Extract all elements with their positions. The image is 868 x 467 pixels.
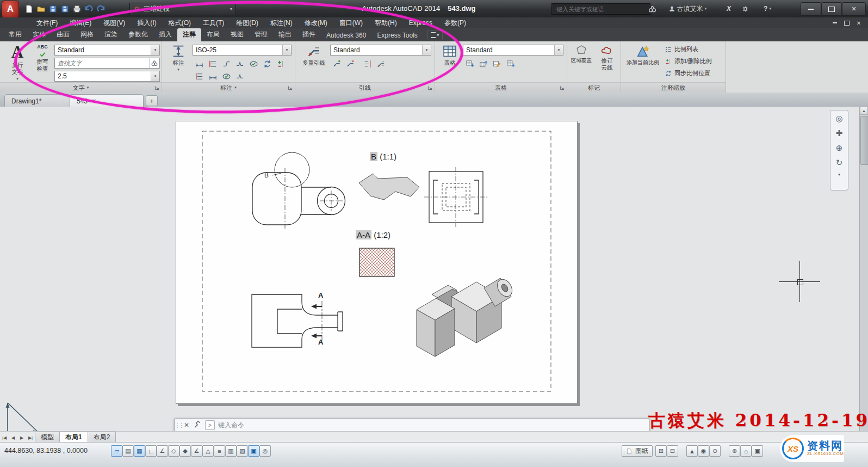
text-height-combo[interactable]: 2.5 ▾ xyxy=(54,71,160,82)
file-tab-543[interactable]: 543 ✕ xyxy=(70,94,144,107)
dim-style-combo[interactable]: ISO-25 ▾ xyxy=(193,45,292,56)
dynamic-ucs-icon[interactable]: △ xyxy=(202,445,214,457)
navbar-more-icon[interactable]: ▾ xyxy=(838,173,840,177)
plot-icon[interactable] xyxy=(72,4,82,14)
panel-leader-launcher[interactable] xyxy=(426,84,433,91)
grid-display-icon[interactable]: ▦ xyxy=(134,445,145,457)
tab-manage[interactable]: 管理 xyxy=(249,28,273,41)
tab-autodesk360[interactable]: Autodesk 360 xyxy=(321,30,371,41)
workspace-dropdown[interactable]: 三维建模 ▾ xyxy=(129,3,236,15)
menu-help[interactable]: 帮助(H) xyxy=(369,17,403,28)
scale-list-button[interactable]: 比例列表 xyxy=(665,45,698,53)
annotation-scale-icon[interactable]: ▲ xyxy=(686,445,698,457)
doc-minimize-icon[interactable] xyxy=(830,19,840,27)
tab-home[interactable]: 常用 xyxy=(3,28,27,41)
workspace-switch-icon[interactable]: ⊛ xyxy=(729,445,740,457)
vertical-scrollbar[interactable]: ▲ ▼ xyxy=(859,107,868,442)
command-close-icon[interactable]: ✕ xyxy=(181,420,192,431)
file-tab-drawing1[interactable]: Drawing1* xyxy=(4,94,71,107)
panel-dimension-launcher[interactable] xyxy=(287,84,294,91)
leader-add-icon[interactable] xyxy=(330,58,344,70)
drawing-canvas[interactable]: B (1:1) A-A (1:2) B A A ◎ ✚ ⊕ ↻ ▾ xyxy=(0,107,868,442)
find-text-input[interactable] xyxy=(55,60,149,66)
sign-in-button[interactable]: 古滇艾米 ▾ xyxy=(661,3,714,14)
scrollbar-thumb[interactable] xyxy=(860,116,868,165)
menu-express[interactable]: Express xyxy=(403,17,438,28)
close-button[interactable]: ✕ xyxy=(842,2,866,16)
command-bar-grip[interactable]: ⋮⋮ xyxy=(175,422,181,428)
table-extract-data-icon[interactable] xyxy=(504,58,517,70)
redo-icon[interactable] xyxy=(96,4,106,14)
tab-layout1[interactable]: 布局1 xyxy=(59,432,88,443)
new-file-icon[interactable] xyxy=(24,4,34,14)
open-file-icon[interactable] xyxy=(36,4,46,14)
leader-collect-icon[interactable] xyxy=(374,58,388,70)
dimension-button[interactable]: 标注 ▾ xyxy=(166,44,190,73)
table-link-upload-icon[interactable] xyxy=(476,58,490,70)
annotation-autoscale-icon[interactable]: ⊙ xyxy=(709,445,721,457)
revcloud-button[interactable]: 修订 云线 xyxy=(595,44,619,71)
last-layout-icon[interactable]: ▶| xyxy=(26,433,35,443)
table-link-download-icon[interactable] xyxy=(463,58,476,70)
add-delete-scale-button[interactable]: 添加/删除比例 xyxy=(665,57,712,65)
quick-view-layouts-icon[interactable]: ⊞ xyxy=(655,445,667,457)
panel-table-launcher[interactable] xyxy=(559,84,566,91)
tab-model[interactable]: 模型 xyxy=(35,432,60,443)
help-button[interactable]: ? ▾ xyxy=(759,3,776,14)
menu-view[interactable]: 视图(V) xyxy=(97,17,131,28)
polar-tracking-icon[interactable]: ∠ xyxy=(157,445,168,457)
orbit-icon[interactable]: ↻ xyxy=(836,158,843,168)
find-text-field[interactable] xyxy=(54,58,160,69)
paper-model-toggle[interactable]: 图纸 xyxy=(622,445,653,457)
dim-center-mark-icon[interactable] xyxy=(233,70,247,83)
tab-render[interactable]: 渲染 xyxy=(99,28,123,41)
application-menu-button[interactable]: A xyxy=(2,1,19,18)
recent-commands-icon[interactable]: > xyxy=(205,420,215,430)
file-tab-close-icon[interactable]: ✕ xyxy=(92,98,96,104)
sync-scale-positions-button[interactable]: 同步比例位置 xyxy=(665,69,710,77)
menu-dimension[interactable]: 标注(N) xyxy=(264,17,299,28)
find-binoculars-icon[interactable] xyxy=(149,58,159,68)
prev-layout-icon[interactable]: ◀ xyxy=(9,433,17,443)
table-button[interactable]: 表格 xyxy=(438,44,461,66)
tab-insert[interactable]: 插入 xyxy=(153,28,177,41)
menu-tools[interactable]: 工具(T) xyxy=(197,17,230,28)
undo-icon[interactable] xyxy=(84,4,94,14)
search-input[interactable] xyxy=(555,5,647,13)
tab-plugins[interactable]: 插件 xyxy=(297,28,321,41)
tab-annotate[interactable]: 注释 xyxy=(177,28,201,41)
leader-align-icon[interactable] xyxy=(361,58,374,70)
leader-style-combo[interactable]: Standard ▾ xyxy=(330,45,431,56)
exchange-apps-icon[interactable]: X xyxy=(723,3,734,14)
ortho-mode-icon[interactable]: ∟ xyxy=(145,445,157,457)
dim-break-icon[interactable] xyxy=(220,58,233,70)
tab-view[interactable]: 视图 xyxy=(225,28,249,41)
menu-parameters[interactable]: 参数(P) xyxy=(438,17,472,28)
dynamic-input-icon[interactable]: ≡ xyxy=(214,445,225,457)
panel-text-launcher[interactable] xyxy=(153,84,160,91)
dim-inspect-icon[interactable] xyxy=(247,58,261,70)
scroll-up-icon[interactable]: ▲ xyxy=(860,107,868,115)
panel-table-footer[interactable]: 表格 xyxy=(435,82,567,93)
object-snap-3d-icon[interactable]: ◆ xyxy=(179,445,191,457)
menu-format[interactable]: 格式(O) xyxy=(163,17,197,28)
infer-constraints-icon[interactable]: ▱ xyxy=(111,445,122,457)
maximize-button[interactable] xyxy=(821,2,842,16)
menu-draw[interactable]: 绘图(D) xyxy=(230,17,264,28)
dim-spacing-icon[interactable] xyxy=(193,70,206,83)
dim-linear-icon[interactable] xyxy=(193,58,206,70)
doc-restore-icon[interactable] xyxy=(842,19,852,27)
communication-center-icon[interactable] xyxy=(740,3,751,14)
pan-icon[interactable]: ✚ xyxy=(836,128,843,138)
transparency-icon[interactable]: ▨ xyxy=(237,445,248,457)
quick-view-drawings-icon[interactable]: ⊟ xyxy=(667,445,678,457)
panel-dimension-footer[interactable]: 标注 ▾ xyxy=(162,82,295,93)
tab-layout2[interactable]: 布局2 xyxy=(88,432,116,443)
object-snap-icon[interactable]: ◇ xyxy=(168,445,179,457)
mtext-button[interactable]: A 多行 文字 ▾ xyxy=(4,44,30,82)
wipeout-button[interactable]: 区域覆盖 xyxy=(569,44,594,64)
menu-edit[interactable]: 编辑(E) xyxy=(64,17,97,28)
menu-window[interactable]: 窗口(W) xyxy=(333,17,369,28)
panel-markup-footer[interactable]: 标记 xyxy=(567,82,621,93)
annotation-visibility-icon[interactable]: ◉ xyxy=(698,445,709,457)
